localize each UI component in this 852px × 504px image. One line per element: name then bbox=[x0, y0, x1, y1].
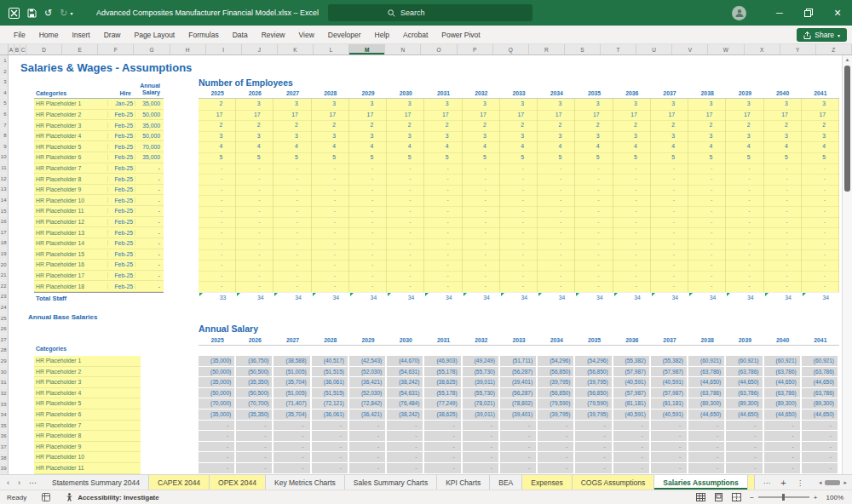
employees-empty-cell[interactable]: - bbox=[424, 227, 462, 239]
page-layout-view-icon[interactable] bbox=[714, 493, 723, 501]
employees-total-cell[interactable]: 34 bbox=[500, 292, 538, 303]
row-header-28[interactable]: 28 bbox=[0, 345, 8, 356]
sheet-tab-bea[interactable]: BEA bbox=[490, 475, 522, 490]
annual-salary-year-2035[interactable]: 2035 bbox=[575, 335, 613, 346]
annual-salary-cell[interactable]: (51,005) bbox=[273, 367, 309, 377]
employees-empty-cell[interactable]: - bbox=[726, 260, 763, 272]
sheet-more-left-icon[interactable]: ⋯ bbox=[29, 478, 37, 487]
annual-salary-cell[interactable]: (39,795) bbox=[575, 410, 611, 420]
base-salary-category-cell[interactable]: HR Placeholder 10 bbox=[34, 452, 141, 463]
staff-salary-cell[interactable]: - bbox=[135, 198, 164, 203]
annual-salary-empty-cell[interactable]: - bbox=[651, 421, 687, 431]
employees-empty-cell[interactable]: - bbox=[349, 174, 387, 186]
column-header-e[interactable]: E bbox=[62, 44, 98, 54]
employees-empty-cell[interactable]: - bbox=[349, 217, 387, 229]
employees-cell[interactable]: 3 bbox=[651, 99, 688, 111]
row-header-25[interactable]: 25 bbox=[0, 313, 8, 324]
employees-empty-cell[interactable]: - bbox=[575, 238, 613, 250]
annual-salary-empty-cell[interactable]: - bbox=[802, 431, 838, 441]
employees-empty-cell[interactable]: - bbox=[463, 238, 500, 250]
annual-salary-cell[interactable]: (70,000) bbox=[199, 398, 234, 409]
annual-salary-year-2039[interactable]: 2039 bbox=[726, 335, 763, 346]
annual-salary-cell[interactable]: (38,242) bbox=[387, 377, 423, 387]
row-header-1[interactable]: 1 bbox=[0, 55, 8, 66]
employees-year-2033[interactable]: 2033 bbox=[500, 88, 538, 99]
annual-salary-cell[interactable]: (60,921) bbox=[726, 356, 762, 366]
employees-total-cell[interactable]: 33 bbox=[199, 292, 236, 303]
annual-salary-year-2031[interactable]: 2031 bbox=[424, 335, 462, 346]
annual-salary-cell[interactable]: (36,061) bbox=[312, 377, 348, 387]
annual-salary-cell[interactable]: (57,987) bbox=[651, 388, 687, 398]
employees-cell[interactable]: 5 bbox=[651, 152, 688, 164]
annual-salary-empty-cell[interactable]: - bbox=[273, 421, 309, 431]
annual-salary-empty-cell[interactable]: - bbox=[349, 463, 385, 473]
annual-salary-cell[interactable]: (35,000) bbox=[199, 377, 234, 387]
employees-empty-cell[interactable]: - bbox=[575, 271, 613, 283]
employees-year-2032[interactable]: 2032 bbox=[463, 88, 500, 99]
row-header-12[interactable]: 12 bbox=[0, 174, 8, 185]
employees-empty-cell[interactable]: - bbox=[802, 206, 839, 218]
annual-salary-year-2032[interactable]: 2032 bbox=[463, 335, 500, 346]
close-button[interactable]: × bbox=[823, 0, 852, 26]
annual-salary-empty-cell[interactable]: - bbox=[273, 442, 309, 452]
column-header-r[interactable]: R bbox=[529, 44, 565, 54]
staff-hire-cell[interactable]: Feb-25 bbox=[107, 284, 135, 289]
annual-salary-cell[interactable]: (44,650) bbox=[802, 377, 838, 387]
employees-empty-cell[interactable]: - bbox=[273, 217, 311, 229]
employees-empty-cell[interactable]: - bbox=[688, 174, 726, 186]
employees-empty-cell[interactable]: - bbox=[500, 238, 538, 250]
employees-empty-cell[interactable]: - bbox=[575, 227, 613, 239]
employees-empty-cell[interactable]: - bbox=[236, 271, 273, 283]
header-categories[interactable]: Categories bbox=[36, 90, 66, 96]
annual-salary-empty-cell[interactable]: - bbox=[424, 463, 460, 473]
annual-salary-empty-cell[interactable]: - bbox=[575, 431, 611, 441]
staff-hire-cell[interactable]: Feb-25 bbox=[107, 112, 135, 117]
annual-salary-cell[interactable]: (36,421) bbox=[349, 410, 385, 420]
employees-empty-cell[interactable]: - bbox=[312, 206, 349, 218]
employees-cell[interactable]: 3 bbox=[538, 99, 575, 111]
column-header-x[interactable]: X bbox=[745, 44, 780, 54]
annual-salary-cell[interactable]: (35,704) bbox=[273, 377, 309, 387]
employees-empty-cell[interactable]: - bbox=[538, 163, 575, 175]
annual-salary-cell[interactable]: (51,005) bbox=[273, 388, 309, 398]
zoom-slider[interactable] bbox=[758, 496, 809, 498]
annual-salary-cell[interactable]: (54,296) bbox=[538, 356, 573, 366]
employees-cell[interactable]: 5 bbox=[273, 152, 311, 164]
staff-hire-cell[interactable]: Feb-25 bbox=[107, 208, 135, 214]
employees-cell[interactable]: 3 bbox=[349, 99, 387, 111]
staff-category-cell[interactable]: HR Placeholder 9 bbox=[34, 186, 107, 192]
annual-salary-empty-cell[interactable]: - bbox=[726, 452, 762, 462]
employees-empty-cell[interactable]: - bbox=[236, 227, 273, 239]
employees-cell[interactable]: 2 bbox=[424, 120, 462, 132]
employees-empty-cell[interactable]: - bbox=[613, 260, 651, 272]
employees-empty-cell[interactable]: - bbox=[764, 185, 802, 197]
employees-empty-cell[interactable]: - bbox=[424, 185, 462, 197]
vertical-scrollbar-thumb[interactable] bbox=[844, 66, 850, 192]
row-header-22[interactable]: 22 bbox=[0, 281, 8, 292]
annual-salary-empty-cell[interactable]: - bbox=[575, 452, 611, 462]
column-header-a[interactable]: A bbox=[9, 44, 14, 54]
row-header-10[interactable]: 10 bbox=[0, 152, 8, 163]
employees-empty-cell[interactable]: - bbox=[802, 238, 839, 250]
employees-empty-cell[interactable]: - bbox=[764, 217, 802, 229]
employees-cell[interactable]: 3 bbox=[651, 131, 688, 143]
zoom-slider-thumb[interactable] bbox=[782, 494, 785, 501]
employees-cell[interactable]: 4 bbox=[273, 141, 311, 153]
column-header-i[interactable]: I bbox=[206, 44, 242, 54]
annual-salary-cell[interactable]: (44,650) bbox=[764, 377, 800, 387]
staff-category-cell[interactable]: HR Placeholder 13 bbox=[34, 230, 107, 236]
employees-cell[interactable]: 3 bbox=[463, 131, 500, 143]
employees-cell[interactable]: 17 bbox=[538, 110, 575, 122]
ribbon-tab-draw[interactable]: Draw bbox=[97, 27, 128, 43]
annual-salary-empty-cell[interactable]: - bbox=[651, 463, 687, 473]
employees-empty-cell[interactable]: - bbox=[651, 185, 688, 197]
employees-empty-cell[interactable]: - bbox=[273, 206, 311, 218]
row-header-23[interactable]: 23 bbox=[0, 291, 8, 302]
ribbon-tab-insert[interactable]: Insert bbox=[65, 27, 96, 43]
employees-year-2027[interactable]: 2027 bbox=[273, 88, 311, 99]
employees-empty-cell[interactable]: - bbox=[312, 271, 349, 283]
user-avatar[interactable] bbox=[732, 6, 746, 20]
annual-salary-year-2025[interactable]: 2025 bbox=[199, 335, 236, 346]
annual-salary-cell[interactable]: (89,300) bbox=[688, 398, 724, 409]
annual-salary-empty-cell[interactable]: - bbox=[726, 421, 762, 431]
